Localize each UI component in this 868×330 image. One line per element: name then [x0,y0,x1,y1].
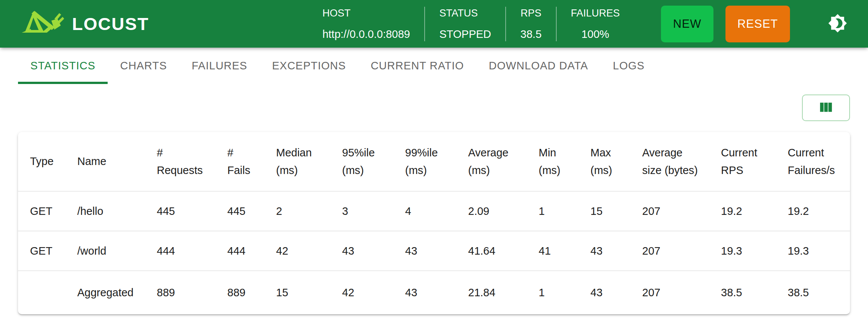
cell-average-size: 207 [630,271,709,314]
tab-failures[interactable]: FAILURES [179,48,260,84]
cell-current-failures: 38.5 [776,271,850,314]
new-test-button[interactable]: NEW [661,6,713,42]
column-header-average-size[interactable]: Averagesize (bytes) [630,132,709,191]
table-row-hello: GET /hello 445 445 2 3 4 2.09 1 15 207 1… [18,191,850,231]
cell-min: 1 [527,271,578,314]
tab-download-data[interactable]: DOWNLOAD DATA [476,48,601,84]
cell-min: 41 [527,231,578,271]
cell-fails: 444 [215,231,264,271]
cell-max: 43 [578,271,630,314]
brand: LOCUST [19,5,149,43]
cell-requests: 444 [145,231,215,271]
column-selector-button[interactable] [802,94,850,121]
cell-fails: 889 [215,271,264,314]
cell-99ile: 43 [393,231,456,271]
cell-median: 15 [264,271,330,314]
cell-type [18,271,65,314]
view-columns-icon [818,99,834,116]
cell-median: 2 [264,191,330,231]
cell-current-rps: 38.5 [709,271,776,314]
stat-rps: RPS 38.5 [505,7,556,41]
cell-min: 1 [527,191,578,231]
table-row-aggregated: Aggregated 889 889 15 42 43 21.84 1 43 2… [18,271,850,314]
app-bar: LOCUST HOST http://0.0.0.0:8089 STATUS S… [0,0,868,48]
cell-name: /hello [65,191,145,231]
column-header-min[interactable]: Min(ms) [527,132,578,191]
cell-average-size: 207 [630,231,709,271]
stat-rps-label: RPS [520,8,541,18]
column-header-current-rps[interactable]: CurrentRPS [709,132,776,191]
column-header-fails[interactable]: #Fails [215,132,264,191]
cell-average: 2.09 [456,191,527,231]
cell-name: /world [65,231,145,271]
statistics-table-card: Type Name #Requests #Fails Median(ms) 95… [18,132,850,314]
cell-average: 41.64 [456,231,527,271]
cell-current-failures: 19.3 [776,231,850,271]
tab-statistics[interactable]: STATISTICS [18,48,108,84]
column-header-95ile[interactable]: 95%ile(ms) [330,132,393,191]
tab-exceptions[interactable]: EXCEPTIONS [260,48,358,84]
stat-failures-label: FAILURES [571,8,620,18]
column-header-type[interactable]: Type [18,132,65,191]
cell-type: GET [18,231,65,271]
dark-mode-icon [828,14,847,34]
column-header-average[interactable]: Average(ms) [456,132,527,191]
stat-failures: FAILURES 100% [556,7,634,41]
cell-95ile: 43 [330,231,393,271]
column-header-99ile[interactable]: 99%ile(ms) [393,132,456,191]
column-header-median[interactable]: Median(ms) [264,132,330,191]
cell-fails: 445 [215,191,264,231]
cell-99ile: 43 [393,271,456,314]
stat-status-value: STOPPED [439,29,491,40]
stat-failures-value: 100% [571,29,620,40]
cell-type: GET [18,191,65,231]
cell-current-rps: 19.2 [709,191,776,231]
cell-average-size: 207 [630,191,709,231]
dark-mode-toggle-button[interactable] [826,12,849,36]
tab-current-ratio[interactable]: CURRENT RATIO [358,48,476,84]
tab-bar: STATISTICS CHARTS FAILURES EXCEPTIONS CU… [0,48,868,84]
table-row-world: GET /world 444 444 42 43 43 41.64 41 43 … [18,231,850,271]
column-header-max[interactable]: Max(ms) [578,132,630,191]
cell-median: 42 [264,231,330,271]
table-toolbar [0,84,868,121]
stat-host-label: HOST [322,8,410,18]
stat-host: HOST http://0.0.0.0:8089 [308,7,424,41]
app-title: LOCUST [72,14,149,34]
column-header-requests[interactable]: #Requests [145,132,215,191]
stat-status-label: STATUS [439,8,491,18]
header-actions: NEW RESET [661,6,790,42]
header-stats: HOST http://0.0.0.0:8089 STATUS STOPPED … [308,7,634,41]
locust-grasshopper-icon [19,5,65,43]
stat-status: STATUS STOPPED [424,7,505,41]
stat-rps-value: 38.5 [520,29,541,40]
table-header-row: Type Name #Requests #Fails Median(ms) 95… [18,132,850,191]
cell-99ile: 4 [393,191,456,231]
cell-95ile: 3 [330,191,393,231]
cell-name: Aggregated [65,271,145,314]
statistics-table: Type Name #Requests #Fails Median(ms) 95… [18,132,850,314]
cell-current-rps: 19.3 [709,231,776,271]
stat-host-value: http://0.0.0.0:8089 [322,29,410,40]
reset-button[interactable]: RESET [725,6,790,42]
cell-current-failures: 19.2 [776,191,850,231]
tab-charts[interactable]: CHARTS [108,48,179,84]
cell-requests: 445 [145,191,215,231]
cell-average: 21.84 [456,271,527,314]
cell-95ile: 42 [330,271,393,314]
cell-max: 15 [578,191,630,231]
column-header-name[interactable]: Name [65,132,145,191]
cell-max: 43 [578,231,630,271]
column-header-current-failures[interactable]: CurrentFailures/s [776,132,850,191]
cell-requests: 889 [145,271,215,314]
tab-logs[interactable]: LOGS [601,48,657,84]
